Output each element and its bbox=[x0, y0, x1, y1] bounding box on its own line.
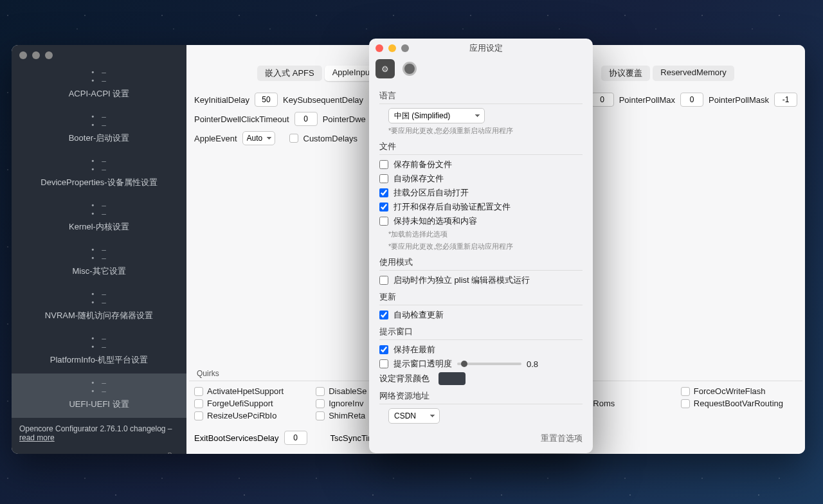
keep-front-checkbox[interactable] bbox=[379, 345, 388, 354]
option-label: 保持未知的选项和内容 bbox=[393, 215, 477, 227]
pointerpollmask-input[interactable] bbox=[774, 93, 797, 107]
bg-color-swatch[interactable] bbox=[439, 372, 466, 385]
quirk-checkbox[interactable] bbox=[194, 387, 203, 396]
close-icon[interactable] bbox=[375, 44, 383, 52]
opacity-value: 0.8 bbox=[527, 359, 538, 369]
close-icon[interactable] bbox=[19, 51, 27, 59]
auto-check-update-checkbox[interactable] bbox=[379, 310, 388, 320]
keyinitialdelay-input[interactable] bbox=[255, 93, 278, 107]
lang-heading: 语言 bbox=[379, 90, 583, 104]
file-heading: 文件 bbox=[379, 141, 583, 155]
list-icon: ∙ —∙ — bbox=[14, 334, 184, 351]
customdelays-checkbox[interactable] bbox=[289, 134, 298, 143]
option-label: 打开和保存后自动验证配置文件 bbox=[393, 201, 511, 213]
quirk-label: DisableSe bbox=[329, 386, 366, 396]
sidebar: ∙ —∙ —ACPI-ACPI 设置 ∙ —∙ —Booter-启动设置 ∙ —… bbox=[12, 45, 186, 454]
quirk-label: ActivateHpetSupport bbox=[207, 386, 284, 396]
sidebar-item-misc[interactable]: ∙ —∙ —Misc-其它设置 bbox=[12, 240, 186, 285]
net-heading: 网络资源地址 bbox=[379, 390, 583, 404]
pointerpollmax-input[interactable] bbox=[680, 93, 703, 107]
dialog-body: 语言 中国 (Simplified) *要应用此更改,您必须重新启动应用程序 文… bbox=[369, 90, 593, 453]
keep-unknown-checkbox[interactable] bbox=[379, 217, 388, 226]
auto-validate-checkbox[interactable] bbox=[379, 203, 388, 212]
minimize-icon[interactable] bbox=[32, 51, 40, 59]
bg-color-label: 设定背景颜色 bbox=[379, 373, 430, 384]
appleevent-select[interactable]: Auto bbox=[242, 131, 275, 145]
quirk-checkbox[interactable] bbox=[194, 399, 203, 408]
list-icon: ∙ —∙ — bbox=[14, 157, 184, 174]
changelog-link[interactable]: read more bbox=[19, 433, 55, 442]
exitbootservicesdelay-input[interactable] bbox=[284, 431, 307, 445]
sidebar-item-kernel[interactable]: ∙ —∙ —Kernel-内核设置 bbox=[12, 196, 186, 240]
opacity-slider[interactable] bbox=[457, 363, 521, 365]
option-label: 保存前备份文件 bbox=[393, 159, 452, 170]
maximize-icon[interactable] bbox=[45, 51, 53, 59]
pointerpollmask-label: PointerPollMask bbox=[709, 95, 769, 105]
sidebar-item-nvram[interactable]: ∙ —∙ —NVRAM-随机访问存储器设置 bbox=[12, 285, 186, 329]
option-label: 启动时作为独立 plist 编辑器模式运行 bbox=[393, 274, 530, 286]
sidebar-item-acpi[interactable]: ∙ —∙ —ACPI-ACPI 设置 bbox=[12, 63, 186, 107]
quirk-checkbox[interactable] bbox=[316, 399, 325, 408]
dialog-toolbar: ⚙ bbox=[369, 57, 593, 85]
sidebar-item-uefi[interactable]: ∙ —∙ —UEFI-UEFI 设置 bbox=[12, 374, 186, 418]
pointerdwe-label: PointerDwe bbox=[323, 114, 366, 124]
tab-protocol[interactable]: 协议覆盖 bbox=[601, 66, 650, 81]
list-icon: ∙ —∙ — bbox=[14, 246, 184, 262]
pointerpollmin-input[interactable] bbox=[591, 93, 614, 107]
share-icon[interactable]: ⎋ bbox=[156, 453, 161, 454]
pointerpollmax-label: PointerPollMax bbox=[619, 95, 675, 105]
quirk-checkbox[interactable] bbox=[681, 399, 690, 408]
autosave-checkbox[interactable] bbox=[379, 174, 388, 183]
quirk-label: ShimReta bbox=[329, 411, 365, 420]
option-label: 挂载分区后自动打开 bbox=[393, 187, 469, 199]
customdelays-label: CustomDelays bbox=[303, 134, 358, 143]
file-hint2: *要应用此更改,您必须重新启动应用程序 bbox=[388, 242, 583, 251]
update-heading: 更新 bbox=[379, 291, 583, 305]
sidebar-item-label: UEFI-UEFI 设置 bbox=[69, 399, 129, 409]
sidebar-item-deviceproperties[interactable]: ∙ —∙ —DeviceProperties-设备属性设置 bbox=[12, 152, 186, 196]
sidebar-item-label: ACPI-ACPI 设置 bbox=[69, 89, 130, 98]
language-select[interactable]: 中国 (Simplified) bbox=[388, 108, 485, 123]
paypal-icon[interactable]: PayPal bbox=[168, 453, 179, 454]
tab-reservedmemory[interactable]: ReservedMemory bbox=[653, 66, 734, 81]
quirk-checkbox[interactable] bbox=[681, 387, 690, 396]
sidebar-item-label: Kernel-内核设置 bbox=[69, 222, 129, 231]
quirk-checkbox[interactable] bbox=[316, 387, 325, 396]
auto-open-after-mount-checkbox[interactable] bbox=[379, 188, 388, 197]
opacity-checkbox[interactable] bbox=[379, 359, 388, 368]
prompt-heading: 提示窗口 bbox=[379, 326, 583, 340]
tab-apfs[interactable]: 嵌入式 APFS bbox=[257, 66, 322, 81]
pointerdwellclicktimeout-input[interactable] bbox=[294, 112, 318, 126]
list-icon: ∙ —∙ — bbox=[14, 113, 184, 129]
quirk-label: ResizeUsePciRbIo bbox=[207, 411, 276, 420]
sidebar-footer-icons: ⎋ PayPal bbox=[12, 449, 186, 454]
file-hint1: *加载前选择此选项 bbox=[388, 230, 583, 239]
sidebar-item-platforminfo[interactable]: ∙ —∙ —PlatformInfo-机型平台设置 bbox=[12, 329, 186, 374]
dialog-title: 应用设定 bbox=[386, 42, 586, 54]
quirk-checkbox[interactable] bbox=[194, 411, 203, 420]
settings-dialog: 应用设定 ⚙ 语言 中国 (Simplified) *要应用此更改,您必须重新启… bbox=[369, 39, 593, 453]
quirk-checkbox[interactable] bbox=[316, 411, 325, 420]
option-label: 自动检查更新 bbox=[393, 309, 444, 321]
sidebar-item-label: NVRAM-随机访问存储器设置 bbox=[45, 310, 153, 320]
plist-mode-checkbox[interactable] bbox=[379, 276, 388, 285]
backup-before-save-checkbox[interactable] bbox=[379, 160, 388, 169]
tscsynctim-label: TscSyncTim bbox=[330, 433, 375, 443]
gear-icon[interactable]: ⚙ bbox=[375, 59, 395, 78]
sidebar-item-booter[interactable]: ∙ —∙ —Booter-启动设置 bbox=[12, 107, 186, 152]
sidebar-item-label: Misc-其它设置 bbox=[72, 266, 125, 276]
exitbootservicesdelay-label: ExitBootServicesDelay bbox=[194, 433, 279, 443]
quirk-label: RequestBootVarRouting bbox=[694, 399, 783, 408]
sidebar-item-label: Booter-启动设置 bbox=[69, 133, 130, 143]
list-icon: ∙ —∙ — bbox=[14, 290, 184, 307]
quirk-label: IgnoreInv bbox=[329, 399, 363, 408]
dialog-header: 应用设定 bbox=[369, 39, 593, 57]
reset-prefs-button[interactable]: 重置首选项 bbox=[379, 433, 583, 444]
lang-hint: *要应用此更改,您必须重新启动应用程序 bbox=[388, 126, 583, 136]
net-source-select[interactable]: CSDN bbox=[388, 408, 440, 424]
option-label: 自动保存文件 bbox=[393, 173, 444, 184]
list-icon: ∙ —∙ — bbox=[14, 68, 184, 85]
keysubsequentdelay-label: KeySubsequentDelay bbox=[283, 95, 363, 105]
theme-icon[interactable] bbox=[400, 59, 419, 78]
window-controls bbox=[12, 45, 186, 63]
